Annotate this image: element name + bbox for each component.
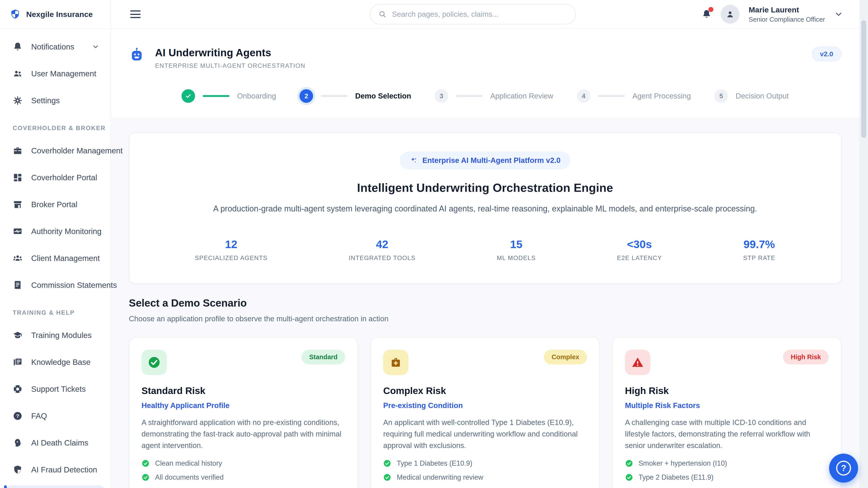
feature-label: All documents verified (155, 473, 223, 482)
scenario-card-standard-risk[interactable]: Standard Standard Risk Healthy Applicant… (129, 337, 358, 488)
sidebar-item-label: Client Management (31, 254, 100, 263)
feature-item: All documents verified (142, 473, 345, 482)
sidebar-item-settings[interactable]: Settings (0, 89, 110, 112)
bell-icon (13, 42, 23, 52)
scrollbar-thumb[interactable] (861, 20, 866, 138)
question-mark-icon: ? (836, 461, 851, 476)
risk-badge: Complex (544, 350, 587, 364)
stepper-step-agent-processing[interactable]: 4 Agent Processing (577, 89, 691, 103)
dashboard-icon (13, 173, 23, 183)
feature-item: Medical underwriting review (383, 473, 587, 482)
platform-badge-label: Enterprise AI Multi-Agent Platform v2.0 (422, 156, 560, 165)
scenario-section-title: Select a Demo Scenario (129, 297, 841, 309)
avatar[interactable] (721, 5, 740, 24)
main-content: AI Underwriting Agents ENTERPRISE MULTI-… (111, 29, 860, 488)
sidebar-item-ai-subscriptions[interactable]: AI Subscriptions (6, 485, 104, 488)
sidebar-item-label: AI Fraud Detection (31, 465, 97, 474)
sidebar-item-label: Training Modules (31, 331, 92, 340)
stat-label: STP RATE (743, 255, 775, 262)
warning-triangle-icon (625, 350, 650, 375)
card-description: A straightforward application with no pr… (142, 417, 345, 451)
sidebar-item-label: Settings (31, 96, 60, 105)
sidebar-item-coverholder-management[interactable]: Coverholder Management (0, 139, 110, 162)
sidebar-item-authority-monitoring[interactable]: Authority Monitoring (0, 220, 110, 242)
topbar: Marie Laurent Senior Compliance Officer (111, 0, 868, 29)
sidebar-item-support-tickets[interactable]: Support Tickets (0, 378, 110, 400)
stat-value: 12 (195, 238, 268, 251)
stepper-step-application-review[interactable]: 3 Application Review (435, 89, 553, 103)
scenario-card-complex-risk[interactable]: Complex Complex Risk Pre-existing Condit… (370, 337, 599, 488)
chevron-down-icon[interactable] (834, 10, 843, 19)
feature-label: Type 1 Diabetes (E10.9) (397, 459, 472, 467)
sidebar-item-label: Support Tickets (31, 385, 86, 394)
feature-item: Clean medical history (142, 459, 345, 467)
step-circle: 5 (714, 89, 728, 103)
sidebar-section-header: COVERHOLDER & BROKER (0, 121, 110, 135)
card-subtitle: Multiple Risk Factors (625, 401, 829, 410)
stepper-step-demo-selection[interactable]: 2 Demo Selection (300, 89, 411, 103)
sidebar-item-ai-fraud-detection[interactable]: AI Fraud Detection (0, 458, 110, 481)
sidebar-item-notifications[interactable]: Notifications (0, 35, 110, 58)
stepper-step-onboarding[interactable]: Onboarding (182, 89, 276, 103)
feature-label: Clean medical history (155, 459, 222, 467)
card-title: Complex Risk (383, 385, 587, 396)
sidebar-item-faq[interactable]: ? FAQ (0, 404, 110, 427)
step-label: Onboarding (237, 92, 276, 100)
check-circle-icon (383, 459, 391, 467)
card-description: An applicant with well-controlled Type 1… (383, 417, 587, 451)
feature-label: Type 2 Diabetes (E11.9) (639, 473, 714, 482)
stat-label: E2E LATENCY (617, 255, 662, 262)
notifications-bell-icon[interactable] (702, 9, 712, 19)
sidebar-item-knowledge-base[interactable]: Knowledge Base (0, 351, 110, 373)
sidebar-item-training-modules[interactable]: Training Modules (0, 324, 110, 347)
sidebar-item-label: Coverholder Management (31, 146, 123, 155)
stat-specialized-agents: 12 SPECIALIZED AGENTS (195, 238, 268, 262)
version-badge: v2.0 (812, 46, 841, 61)
medical-bag-icon (383, 350, 408, 375)
hamburger-menu-icon[interactable] (130, 10, 141, 18)
active-indicator-bar (4, 485, 7, 488)
vertical-scrollbar[interactable] (860, 0, 868, 488)
stepper-step-decision-output[interactable]: 5 Decision Output (714, 89, 789, 103)
brand-header: Nexgile Insurance (0, 0, 110, 29)
user-role: Senior Compliance Officer (749, 15, 825, 24)
card-subtitle: Healthy Applicant Profile (142, 401, 345, 410)
graduation-cap-icon (13, 330, 23, 340)
sidebar-item-coverholder-portal[interactable]: Coverholder Portal (0, 166, 110, 189)
sidebar-item-broker-portal[interactable]: Broker Portal (0, 193, 110, 216)
global-search[interactable] (370, 4, 576, 24)
sidebar-item-client-management[interactable]: Client Management (0, 247, 110, 269)
sidebar-item-ai-death-claims[interactable]: AI Death Claims (0, 431, 110, 454)
sidebar-item-user-management[interactable]: User Management (0, 62, 110, 85)
hero-description: A production-grade multi-agent system le… (143, 204, 827, 214)
check-circle-icon (142, 459, 150, 467)
people-group-icon (13, 253, 23, 263)
scenario-card-high-risk[interactable]: High Risk High Risk Multiple Risk Factor… (612, 337, 841, 488)
risk-badge: Standard (302, 350, 345, 364)
step-connector (598, 95, 625, 97)
card-subtitle: Pre-existing Condition (383, 401, 587, 410)
brand-shield-logo (10, 9, 20, 20)
step-label: Decision Output (736, 92, 789, 100)
activity-monitor-icon (13, 226, 23, 236)
stat-value: 42 (349, 238, 416, 251)
question-circle-icon: ? (13, 411, 23, 421)
stat-integrated-tools: 42 INTEGRATED TOOLS (349, 238, 416, 262)
scenario-cards: Standard Standard Risk Healthy Applicant… (129, 337, 841, 488)
feature-item: Smoker + hypertension (I10) (625, 459, 829, 467)
sidebar-item-label: FAQ (31, 412, 47, 420)
check-circle-icon (142, 473, 150, 482)
user-meta: Marie Laurent Senior Compliance Officer (749, 5, 825, 24)
risk-badge: High Risk (783, 350, 829, 364)
step-connector (456, 95, 483, 97)
lifebuoy-icon (13, 384, 23, 394)
step-label: Application Review (490, 92, 553, 100)
sidebar-item-commission-statements[interactable]: Commission Statements (0, 274, 110, 296)
sidebar-item-label: Notifications (31, 42, 74, 51)
check-badge-icon (142, 350, 167, 375)
help-button[interactable]: ? (829, 454, 858, 483)
search-input[interactable] (392, 10, 567, 19)
card-title: Standard Risk (142, 385, 345, 396)
book-icon (13, 357, 23, 367)
stat-ml-models: 15 ML MODELS (497, 238, 536, 262)
